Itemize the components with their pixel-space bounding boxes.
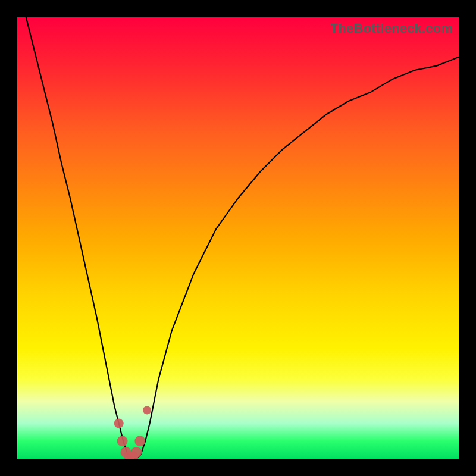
marker-point — [114, 419, 124, 428]
chart-frame: TheBottleneck.com — [0, 0, 476, 476]
marker-group — [114, 406, 151, 459]
marker-point — [143, 406, 151, 414]
bottleneck-curve — [17, 17, 459, 459]
plot-area: TheBottleneck.com — [17, 17, 459, 459]
marker-point — [117, 436, 128, 446]
marker-point — [134, 436, 145, 446]
marker-point — [131, 447, 142, 458]
chart-svg — [17, 17, 459, 459]
